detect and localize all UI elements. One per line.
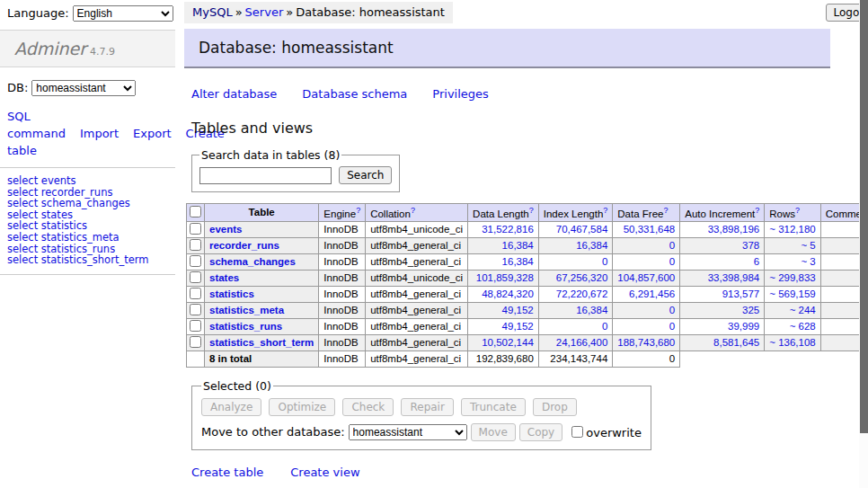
row-checkbox[interactable] bbox=[190, 288, 201, 299]
data-free-link[interactable]: 0 bbox=[669, 321, 675, 332]
create-view-link[interactable]: Create view bbox=[290, 466, 359, 479]
help-icon[interactable]: ? bbox=[603, 206, 607, 215]
table-name-link[interactable]: statistics bbox=[209, 288, 254, 299]
data-length-link[interactable]: 16,384 bbox=[502, 240, 534, 251]
row-checkbox[interactable] bbox=[190, 239, 201, 251]
analyze-button[interactable]: Analyze bbox=[201, 398, 261, 416]
table-name-link[interactable]: statistics_meta bbox=[209, 305, 284, 315]
language-select[interactable]: English bbox=[73, 5, 173, 22]
index-length-link[interactable]: 70,467,584 bbox=[556, 224, 608, 235]
row-checkbox[interactable] bbox=[190, 304, 201, 315]
row-checkbox[interactable] bbox=[190, 336, 201, 348]
index-length-link[interactable]: 0 bbox=[602, 256, 607, 267]
auto-increment-link[interactable]: 6 bbox=[754, 256, 759, 267]
sidebar-item-select-statistics-short-term[interactable]: select statistics_short_term bbox=[7, 254, 175, 266]
rows-count-link[interactable]: ~ 3 bbox=[801, 256, 815, 267]
engine-cell: InnoDB bbox=[319, 270, 366, 286]
auto-increment-link[interactable]: 913,577 bbox=[722, 288, 760, 299]
rows-count-link[interactable]: ~ 312,180 bbox=[769, 224, 815, 235]
auto-increment-link[interactable]: 39,999 bbox=[728, 321, 759, 332]
table-name-link[interactable]: recorder_runs bbox=[209, 240, 279, 251]
search-input[interactable] bbox=[199, 167, 332, 184]
row-checkbox[interactable] bbox=[190, 320, 201, 332]
table-name-link[interactable]: schema_changes bbox=[209, 256, 296, 267]
search-button[interactable]: Search bbox=[339, 166, 392, 184]
data-length-link[interactable]: 31,522,816 bbox=[482, 224, 534, 235]
row-checkbox[interactable] bbox=[190, 271, 201, 283]
index-length-link[interactable]: 16,384 bbox=[576, 305, 607, 315]
sidebar-link-export[interactable]: Export bbox=[133, 127, 172, 140]
table-name-link[interactable]: states bbox=[209, 272, 239, 283]
data-free-link[interactable]: 0 bbox=[669, 256, 675, 267]
data-free-link[interactable]: 50,331,648 bbox=[624, 224, 676, 235]
table-name-link[interactable]: statistics_short_term bbox=[209, 337, 314, 348]
data-free-link[interactable]: 0 bbox=[669, 240, 675, 251]
repair-button[interactable]: Repair bbox=[401, 398, 453, 416]
help-icon[interactable]: ? bbox=[356, 206, 360, 215]
check-button[interactable]: Check bbox=[342, 398, 394, 416]
data-free-link[interactable]: 0 bbox=[669, 305, 675, 315]
alter-database-link[interactable]: Alter database bbox=[191, 87, 277, 101]
index-length-link[interactable]: 67,256,320 bbox=[556, 272, 608, 283]
select-all-checkbox[interactable] bbox=[190, 206, 201, 217]
help-icon[interactable]: ? bbox=[411, 206, 415, 215]
truncate-button[interactable]: Truncate bbox=[461, 398, 526, 416]
table-name-link[interactable]: statistics_runs bbox=[209, 321, 282, 332]
index-length-link[interactable]: 24,166,400 bbox=[556, 337, 608, 348]
data-free-cell: 0 bbox=[613, 302, 680, 318]
sidebar-link-sql-command[interactable]: SQL command bbox=[7, 110, 66, 140]
data-free-link[interactable]: 188,743,680 bbox=[617, 337, 675, 348]
auto-increment-link[interactable]: 33,398,984 bbox=[708, 272, 760, 283]
auto-increment-link[interactable]: 8,581,645 bbox=[713, 337, 759, 348]
move-database-select[interactable]: homeassistant bbox=[349, 424, 467, 440]
optimize-button[interactable]: Optimize bbox=[269, 398, 335, 416]
auto-increment-link[interactable]: 378 bbox=[742, 240, 759, 251]
help-icon[interactable]: ? bbox=[663, 206, 668, 215]
help-icon[interactable]: ? bbox=[755, 206, 759, 215]
sidebar-item-select-events[interactable]: select events bbox=[7, 175, 175, 187]
data-length-link[interactable]: 16,384 bbox=[502, 256, 534, 267]
rows-count-link[interactable]: ~ 628 bbox=[790, 321, 816, 332]
rows-count-link[interactable]: ~ 299,833 bbox=[769, 272, 815, 283]
help-icon[interactable]: ? bbox=[529, 206, 534, 215]
data-free-link[interactable]: 6,291,456 bbox=[629, 288, 675, 299]
index-length-link[interactable]: 16,384 bbox=[576, 240, 607, 251]
breadcrumb-link-mysql[interactable]: MySQL bbox=[192, 5, 233, 19]
privileges-link[interactable]: Privileges bbox=[432, 87, 489, 101]
rows-count-link[interactable]: ~ 5 bbox=[801, 240, 815, 251]
data-length-link[interactable]: 10,502,144 bbox=[482, 337, 534, 348]
column-header-data-free: Data Free? bbox=[613, 204, 680, 222]
column-header-rows: Rows? bbox=[765, 204, 820, 222]
scrollbar-thumb[interactable] bbox=[860, 0, 868, 433]
row-checkbox[interactable] bbox=[190, 223, 201, 235]
drop-button[interactable]: Drop bbox=[533, 398, 577, 416]
sidebar-item-select-schema-changes[interactable]: select schema_changes bbox=[7, 198, 175, 209]
overwrite-checkbox[interactable] bbox=[571, 426, 583, 438]
vertical-scrollbar[interactable] bbox=[859, 0, 868, 488]
auto-increment-link[interactable]: 33,898,196 bbox=[708, 224, 760, 235]
rows-count-link[interactable]: ~ 136,108 bbox=[769, 337, 815, 348]
index-length-link[interactable]: 72,220,672 bbox=[556, 288, 608, 299]
data-length-link[interactable]: 48,824,320 bbox=[482, 288, 534, 299]
db-select[interactable]: homeassistant bbox=[31, 80, 136, 96]
sidebar-link-import[interactable]: Import bbox=[80, 127, 119, 140]
rows-count-link[interactable]: ~ 569,159 bbox=[769, 288, 815, 299]
index-length-link[interactable]: 0 bbox=[602, 321, 607, 332]
rows-count-link[interactable]: ~ 244 bbox=[790, 305, 816, 315]
help-icon[interactable]: ? bbox=[795, 206, 800, 215]
data-length-link[interactable]: 49,152 bbox=[502, 321, 534, 332]
auto-increment-link[interactable]: 325 bbox=[742, 305, 759, 315]
data-length-link[interactable]: 49,152 bbox=[502, 305, 534, 315]
database-schema-link[interactable]: Database schema bbox=[302, 87, 407, 101]
data-length-link[interactable]: 101,859,328 bbox=[476, 272, 534, 283]
database-action-links: Alter databaseDatabase schemaPrivileges bbox=[191, 87, 868, 101]
sidebar-item-select-statistics-meta[interactable]: select statistics_meta bbox=[7, 232, 175, 244]
data-free-link[interactable]: 104,857,600 bbox=[617, 272, 675, 283]
move-button[interactable]: Move bbox=[471, 423, 516, 441]
row-checkbox[interactable] bbox=[190, 255, 201, 267]
table-name-link[interactable]: events bbox=[209, 224, 242, 235]
copy-button[interactable]: Copy bbox=[519, 423, 562, 441]
column-header-collation: Collation? bbox=[366, 204, 468, 222]
create-table-link[interactable]: Create table bbox=[191, 466, 263, 479]
breadcrumb-link-server[interactable]: Server bbox=[245, 5, 284, 19]
